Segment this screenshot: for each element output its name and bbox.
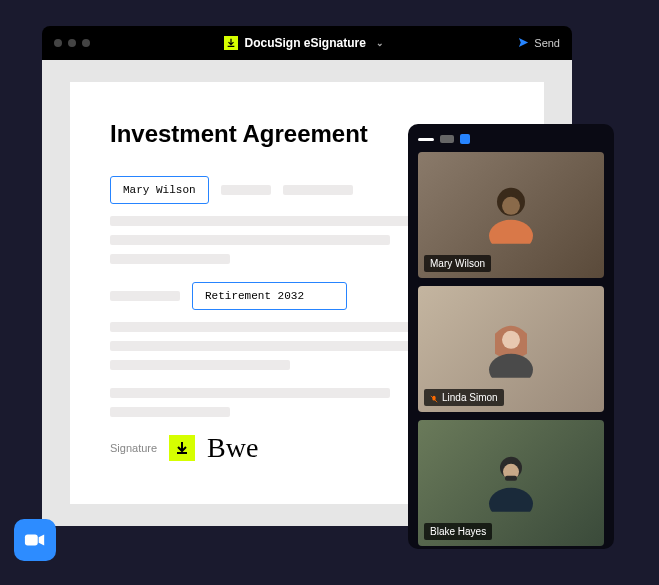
- svg-point-1: [489, 220, 533, 244]
- participant-name-tag: Blake Hayes: [424, 523, 492, 540]
- send-icon: [518, 37, 529, 50]
- participant-tile[interactable]: Mary Wilson: [418, 152, 604, 278]
- video-toolbar: [418, 134, 604, 144]
- signature-row: Signature Bwe: [110, 432, 258, 464]
- window-controls[interactable]: [54, 39, 90, 47]
- signer-name-field[interactable]: Mary Wilson: [110, 176, 209, 204]
- participant-tile[interactable]: Linda Simon: [418, 286, 604, 412]
- muted-mic-icon: [430, 394, 438, 402]
- svg-point-3: [489, 354, 533, 378]
- app-title[interactable]: DocuSign eSignature ⌄: [90, 36, 518, 50]
- svg-rect-11: [25, 535, 38, 546]
- placeholder-line: [283, 185, 353, 195]
- svg-point-8: [489, 488, 533, 512]
- video-call-panel: Mary Wilson Linda Simon Blake Hayes: [408, 124, 614, 549]
- app-name-label: DocuSign eSignature: [244, 36, 365, 50]
- layout-option-icon[interactable]: [440, 135, 454, 143]
- participant-name: Mary Wilson: [430, 258, 485, 269]
- svg-point-2: [502, 197, 520, 215]
- avatar: [479, 448, 543, 512]
- send-label: Send: [534, 37, 560, 49]
- avatar: [479, 180, 543, 244]
- titlebar: DocuSign eSignature ⌄ Send: [42, 26, 572, 60]
- svg-point-4: [502, 331, 520, 349]
- chevron-down-icon: ⌄: [376, 38, 384, 48]
- plan-field[interactable]: Retirement 2032: [192, 282, 347, 310]
- participant-list: Mary Wilson Linda Simon Blake Hayes: [418, 152, 604, 546]
- participant-name: Blake Hayes: [430, 526, 486, 537]
- maximize-dot[interactable]: [82, 39, 90, 47]
- send-button[interactable]: Send: [518, 37, 560, 50]
- participant-name-tag: Mary Wilson: [424, 255, 491, 272]
- close-dot[interactable]: [54, 39, 62, 47]
- zoom-app-button[interactable]: [14, 519, 56, 561]
- layout-icon[interactable]: [418, 138, 434, 141]
- participant-tile[interactable]: Blake Hayes: [418, 420, 604, 546]
- participant-name: Linda Simon: [442, 392, 498, 403]
- signature-value: Bwe: [207, 432, 258, 464]
- video-camera-icon: [24, 532, 46, 548]
- signature-stamp-icon[interactable]: [169, 435, 195, 461]
- layout-active-icon[interactable]: [460, 134, 470, 144]
- placeholder-line: [110, 291, 180, 301]
- placeholder-line: [221, 185, 271, 195]
- docusign-logo-icon: [224, 36, 238, 50]
- svg-rect-10: [505, 476, 517, 481]
- avatar: [479, 314, 543, 378]
- participant-name-tag: Linda Simon: [424, 389, 504, 406]
- minimize-dot[interactable]: [68, 39, 76, 47]
- signature-label: Signature: [110, 442, 157, 454]
